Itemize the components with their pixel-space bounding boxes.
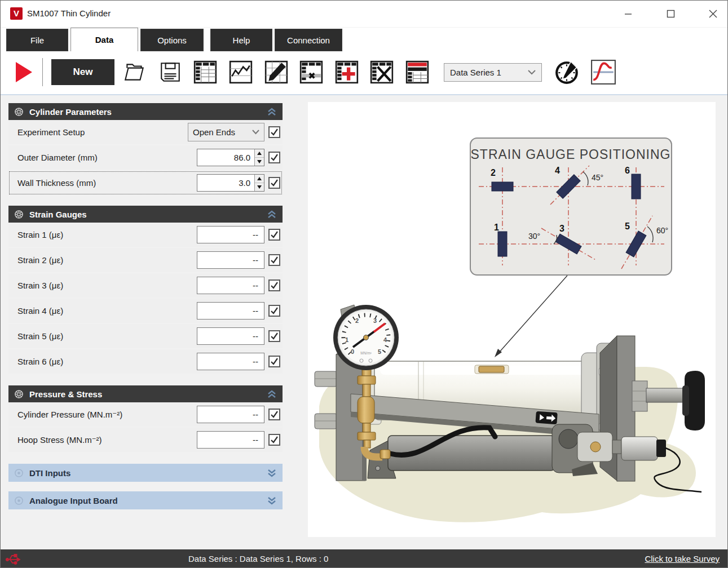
section-header-dti-inputs[interactable]: DTI Inputs — [8, 464, 283, 482]
pointer-arrow-line — [497, 276, 567, 355]
delete-data-series-button[interactable] — [369, 59, 395, 85]
add-data-series-button[interactable] — [334, 59, 360, 85]
log-checkbox[interactable] — [268, 305, 280, 317]
strain-3-input[interactable]: -- — [197, 277, 264, 294]
new-button[interactable]: New — [51, 59, 114, 85]
minimize-icon — [624, 10, 632, 17]
log-checkbox[interactable] — [268, 356, 280, 367]
tab-file[interactable]: File — [6, 29, 68, 51]
strain-2-input[interactable]: -- — [197, 251, 264, 269]
spin-up-button[interactable] — [255, 149, 264, 157]
delete-row-button[interactable] — [298, 59, 324, 85]
minimize-button[interactable] — [615, 1, 641, 26]
dti-cap — [656, 440, 666, 457]
strain-4-input[interactable]: -- — [197, 302, 264, 320]
collapse-chevron-up-icon[interactable] — [267, 390, 277, 398]
dropdown-value: Open Ends — [193, 127, 252, 137]
log-checkbox[interactable] — [268, 279, 280, 291]
tab-connection[interactable]: Connection — [275, 29, 342, 51]
edit-data-button[interactable] — [263, 59, 289, 85]
close-button[interactable] — [700, 1, 726, 26]
shaft-nut — [632, 381, 647, 411]
view-series-table-button[interactable] — [404, 59, 430, 85]
spin-up-button[interactable] — [255, 175, 264, 183]
maximize-button[interactable] — [658, 1, 683, 26]
triangle-down-icon — [257, 185, 262, 189]
save-file-button[interactable] — [157, 59, 183, 85]
section-gear-icon — [14, 496, 24, 505]
gauge-screw — [369, 359, 372, 362]
app-window: V SM1007 Thin Cylinder File Data Options… — [0, 0, 728, 568]
view-table-button[interactable] — [192, 59, 218, 85]
row-strain-6: Strain 6 (με) -- — [8, 349, 283, 374]
delete-series-icon — [369, 60, 394, 84]
wall-thickness-input[interactable]: 3.0 — [197, 174, 264, 192]
expand-chevron-down-icon[interactable] — [267, 496, 277, 505]
tab-label: Options — [157, 36, 187, 45]
log-checkbox[interactable] — [268, 229, 280, 241]
section-header-analogue-input-board[interactable]: Analogue Input Board — [8, 491, 283, 509]
gauge-settings-button[interactable] — [554, 59, 580, 85]
status-bar: Data Series : Data Series 1, Rows : 0 Cl… — [1, 549, 727, 568]
expand-chevron-down-icon[interactable] — [267, 469, 277, 477]
open-file-button[interactable] — [122, 59, 148, 85]
gauge-number-1: 1 — [494, 223, 499, 232]
calibration-curve-icon — [590, 59, 616, 85]
section-header-pressure-stress[interactable]: Pressure & Stress — [8, 385, 283, 402]
check-icon — [270, 281, 279, 290]
check-icon — [270, 256, 279, 264]
tab-options[interactable]: Options — [140, 29, 204, 51]
spin-down-button[interactable] — [255, 157, 264, 166]
angle-label-30: 30° — [528, 232, 540, 241]
tab-data[interactable]: Data — [70, 28, 138, 51]
title-bar: V SM1007 Thin Cylinder — [1, 1, 727, 27]
field-value: -- — [197, 435, 264, 445]
calibration-curve-button[interactable] — [590, 59, 616, 85]
data-series-dropdown[interactable]: Data Series 1 — [444, 63, 542, 82]
table-icon — [193, 60, 218, 84]
strain-5-input[interactable]: -- — [197, 327, 264, 345]
spinner — [254, 175, 264, 191]
tab-help[interactable]: Help — [210, 29, 272, 51]
edit-table-icon — [264, 60, 289, 84]
spinner — [254, 149, 264, 166]
handle-arrow-badge — [535, 411, 557, 425]
dti-sensor-body — [621, 437, 658, 460]
hoop-stress-input[interactable]: -- — [197, 431, 264, 449]
section-header-strain-gauges[interactable]: Strain Gauges — [8, 206, 283, 223]
section-title: Analogue Input Board — [29, 496, 118, 505]
tab-label: Connection — [287, 36, 330, 45]
start-acquisition-button[interactable] — [11, 59, 37, 85]
log-checkbox[interactable] — [268, 434, 280, 446]
section-title: Strain Gauges — [29, 210, 87, 219]
outer-diameter-input[interactable]: 86.0 — [197, 149, 264, 166]
view-graph-button[interactable] — [228, 59, 254, 85]
parameters-panel: Cylinder Parameters Experiment Setup Ope… — [8, 103, 283, 509]
log-checkbox[interactable] — [268, 152, 280, 163]
experiment-setup-dropdown[interactable]: Open Ends — [188, 123, 264, 141]
section-header-cylinder-parameters[interactable]: Cylinder Parameters — [8, 103, 283, 120]
strain-6-input[interactable]: -- — [197, 353, 264, 370]
tab-label: Data — [95, 35, 114, 45]
cylinder-pressure-input[interactable]: -- — [197, 406, 264, 423]
log-checkbox[interactable] — [268, 254, 280, 266]
field-value: 3.0 — [197, 178, 254, 188]
strain-1-input[interactable]: -- — [197, 226, 264, 243]
dial-5: 5 — [378, 348, 381, 355]
survey-link[interactable]: Click to take Survey — [645, 554, 720, 563]
spin-down-button[interactable] — [255, 183, 264, 191]
field-value: -- — [197, 255, 264, 265]
log-checkbox[interactable] — [268, 409, 280, 420]
collapse-chevron-up-icon[interactable] — [267, 108, 277, 116]
gauge-number-6: 6 — [625, 166, 630, 175]
log-checkbox[interactable] — [268, 126, 280, 138]
collapse-chevron-up-icon[interactable] — [267, 210, 277, 219]
row-cylinder-pressure: Cylinder Pressure (MN.m⁻²) -- — [8, 402, 283, 427]
field-label: Strain 6 (με) — [8, 357, 63, 366]
log-checkbox[interactable] — [268, 330, 280, 342]
log-checkbox[interactable] — [268, 177, 280, 189]
field-label: Strain 2 (με) — [8, 255, 63, 265]
check-icon — [270, 436, 279, 444]
field-label: Outer Diameter (mm) — [8, 153, 98, 162]
field-label: Experiment Setup — [8, 127, 85, 137]
